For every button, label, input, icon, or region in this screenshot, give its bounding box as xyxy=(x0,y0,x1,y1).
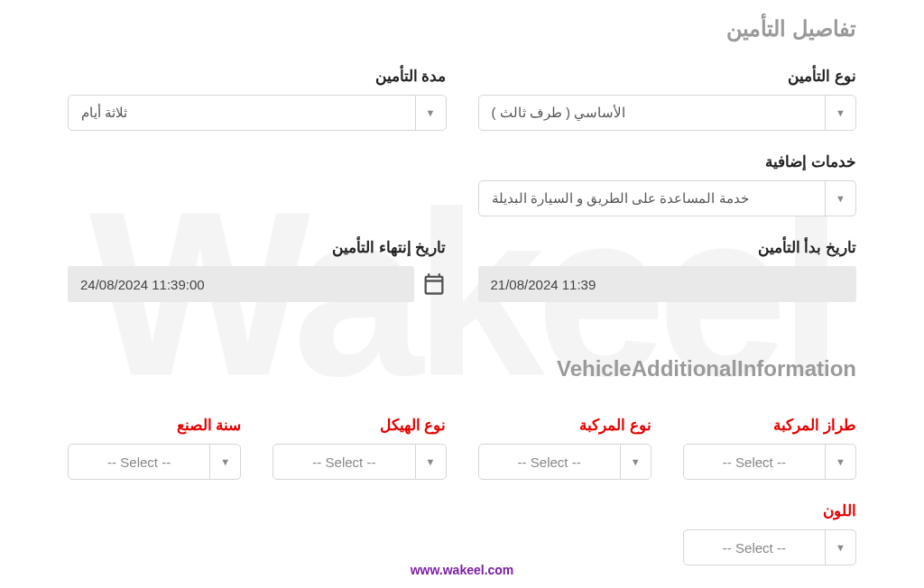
insurance-duration-label: مدة التأمين xyxy=(68,67,447,86)
start-date-value: 11:39 21/08/2024 xyxy=(491,277,596,292)
chevron-down-icon: ▼ xyxy=(415,445,446,479)
insurance-duration-select[interactable]: ▼ ثلاثة أيام xyxy=(68,95,447,131)
start-date-input[interactable]: 11:39 21/08/2024 xyxy=(478,266,857,302)
body-type-label: نوع الهيكل xyxy=(273,416,446,435)
vehicle-additional-info-heading: VehicleAdditionalInformation xyxy=(68,356,856,381)
end-date-value: 11:39:00 24/08/2024 xyxy=(80,277,205,292)
color-label: اللون xyxy=(683,501,856,520)
chevron-down-icon: ▼ xyxy=(825,96,855,130)
insurance-type-select[interactable]: ▼ الأساسي ( طرف ثالث ) xyxy=(478,95,857,131)
body-type-placeholder: -- Select -- xyxy=(273,445,414,479)
chevron-down-icon: ▼ xyxy=(209,445,240,479)
calendar-icon[interactable] xyxy=(421,271,447,297)
insurance-type-value: الأساسي ( طرف ثالث ) xyxy=(479,96,826,130)
manufacture-year-select[interactable]: ▼ -- Select -- xyxy=(68,444,241,480)
additional-services-value: خدمة المساعدة على الطريق و السيارة البدي… xyxy=(479,181,826,216)
additional-services-label: خدمات إضافية xyxy=(478,152,857,171)
color-select[interactable]: ▼ -- Select -- xyxy=(683,529,856,565)
chevron-down-icon: ▼ xyxy=(825,530,855,565)
insurance-duration-value: ثلاثة أيام xyxy=(69,96,415,130)
insurance-details-heading: تفاصيل التأمين xyxy=(68,16,856,41)
vehicle-type-label: نوع المركبة xyxy=(478,416,651,435)
chevron-down-icon: ▼ xyxy=(415,96,446,130)
footer-url[interactable]: www.wakeel.com xyxy=(411,563,514,577)
vehicle-model-placeholder: -- Select -- xyxy=(684,445,825,479)
body-type-select[interactable]: ▼ -- Select -- xyxy=(273,444,446,480)
end-date-input[interactable]: 11:39:00 24/08/2024 xyxy=(68,266,414,302)
additional-services-select[interactable]: ▼ خدمة المساعدة على الطريق و السيارة الب… xyxy=(478,180,857,216)
vehicle-model-select[interactable]: ▼ -- Select -- xyxy=(683,444,856,480)
insurance-type-label: نوع التأمين xyxy=(478,67,857,86)
vehicle-type-placeholder: -- Select -- xyxy=(479,445,620,479)
start-date-label: تاريخ بدأ التأمين xyxy=(478,238,857,257)
manufacture-year-placeholder: -- Select -- xyxy=(69,445,209,479)
end-date-label: تاريخ إنتهاء التأمين xyxy=(68,238,447,257)
color-placeholder: -- Select -- xyxy=(684,530,825,565)
vehicle-model-label: طراز المركبة xyxy=(683,416,856,435)
chevron-down-icon: ▼ xyxy=(825,445,855,479)
chevron-down-icon: ▼ xyxy=(620,445,651,479)
vehicle-type-select[interactable]: ▼ -- Select -- xyxy=(478,444,651,480)
manufacture-year-label: سنة الصنع xyxy=(68,416,241,435)
chevron-down-icon: ▼ xyxy=(825,181,855,216)
